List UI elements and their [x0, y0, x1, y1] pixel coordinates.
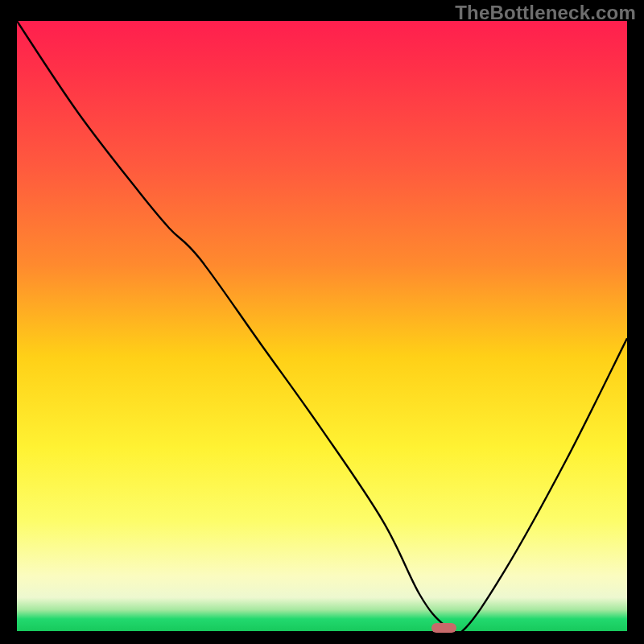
bottleneck-curve-path: [17, 21, 627, 631]
plot-area: [17, 21, 627, 631]
chart-canvas: TheBottleneck.com: [0, 0, 644, 644]
optimal-marker: [431, 623, 456, 633]
curve-layer: [17, 21, 627, 631]
